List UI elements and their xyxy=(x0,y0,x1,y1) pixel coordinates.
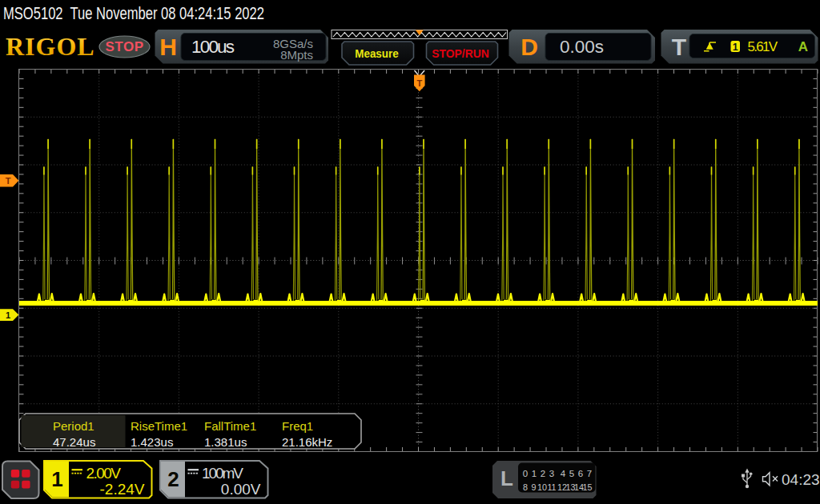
svg-text:1.423us: 1.423us xyxy=(131,435,173,449)
svg-text:1: 1 xyxy=(6,310,10,320)
svg-text:RIGOL: RIGOL xyxy=(6,32,95,61)
svg-text:D: D xyxy=(521,34,538,60)
svg-text:0.00s: 0.00s xyxy=(560,37,604,57)
svg-text:11: 11 xyxy=(547,482,556,492)
svg-text:STOP/RUN: STOP/RUN xyxy=(432,46,489,60)
svg-text:4: 4 xyxy=(561,469,566,478)
svg-text:2: 2 xyxy=(167,467,179,491)
svg-text:2: 2 xyxy=(541,469,545,478)
svg-text:RiseTime1: RiseTime1 xyxy=(131,419,187,433)
svg-text:5.61V: 5.61V xyxy=(748,39,778,54)
svg-text:100us: 100us xyxy=(191,37,235,57)
svg-text:0.00V: 0.00V xyxy=(221,481,261,498)
svg-text:Period1: Period1 xyxy=(53,419,94,433)
svg-text:H: H xyxy=(159,34,177,60)
svg-text:0: 0 xyxy=(523,469,528,478)
svg-text:L: L xyxy=(500,466,513,490)
svg-text:1: 1 xyxy=(51,467,62,491)
svg-text:21.16kHz: 21.16kHz xyxy=(282,435,332,449)
svg-text:6: 6 xyxy=(578,469,583,478)
svg-text:3: 3 xyxy=(549,469,554,478)
svg-text:1: 1 xyxy=(532,469,537,478)
svg-text:T: T xyxy=(417,78,423,88)
svg-text:15: 15 xyxy=(582,482,592,492)
svg-text:-2.24V: -2.24V xyxy=(100,481,145,498)
svg-text:Freq1: Freq1 xyxy=(282,419,313,433)
svg-text:100mV: 100mV xyxy=(202,465,243,482)
svg-text:T: T xyxy=(672,34,686,60)
svg-text:MSO5102 Tue November 08 04:24: MSO5102 Tue November 08 04:24:15 2022 xyxy=(3,4,264,23)
svg-text:10: 10 xyxy=(537,482,547,492)
svg-text:8: 8 xyxy=(523,482,528,492)
svg-text:1: 1 xyxy=(733,42,738,53)
svg-text:47.24us: 47.24us xyxy=(53,435,95,449)
svg-text:Measure: Measure xyxy=(355,46,399,60)
svg-text:7: 7 xyxy=(587,469,592,478)
svg-text:1.381us: 1.381us xyxy=(204,435,247,449)
svg-text:FallTime1: FallTime1 xyxy=(204,419,256,433)
svg-text:5: 5 xyxy=(569,469,574,478)
svg-text:04:23: 04:23 xyxy=(782,471,820,488)
svg-text:2.00V: 2.00V xyxy=(86,465,122,482)
svg-text:T: T xyxy=(6,176,11,186)
svg-text:STOP: STOP xyxy=(106,39,144,54)
svg-text:9: 9 xyxy=(531,482,536,492)
svg-text:8Mpts: 8Mpts xyxy=(280,48,313,62)
svg-text:A: A xyxy=(798,39,808,54)
